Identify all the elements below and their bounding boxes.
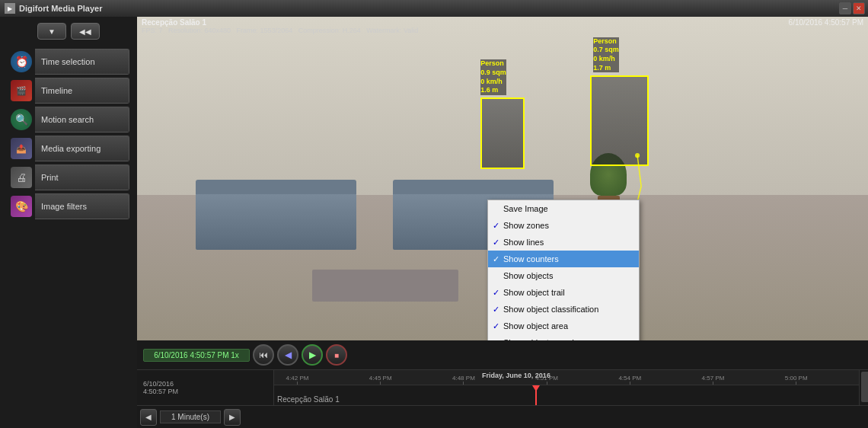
sidebar: ▼ ◀◀ ⏰ Time selection 🎬 Timeline 🔍 Motio…	[0, 17, 137, 428]
tick-1: 4:42 PM	[286, 375, 309, 385]
playhead[interactable]	[535, 385, 537, 405]
play-button[interactable]: ▶	[302, 344, 323, 366]
bottom-nav-row: ◀ 1 Minute(s) ▶	[137, 405, 868, 428]
tick-3: 4:48 PM	[452, 375, 475, 385]
print-label: Print	[35, 164, 129, 190]
video-area[interactable]: Recepção Salão 1 FPS: 7 Resolution: 640x…	[137, 17, 868, 340]
media-exporting-icon: 📤	[8, 136, 35, 161]
ctx-show-object-speed[interactable]: ✓ Show object speed	[488, 334, 639, 340]
timeline-time-top: 4:50:57 PM	[143, 388, 178, 395]
ctx-show-objects[interactable]: Show objects	[488, 267, 639, 284]
motion-search-icon: 🔍	[8, 107, 35, 133]
sidebar-item-motion-search[interactable]: 🔍 Motion search	[8, 107, 129, 133]
down-button[interactable]: ▼	[37, 23, 66, 40]
ctx-show-lines[interactable]: ✓ Show lines	[488, 234, 639, 251]
content-area: Recepção Salão 1 FPS: 7 Resolution: 640x…	[137, 17, 868, 428]
minimize-button[interactable]: ─	[839, 2, 851, 14]
time-selection-icon: ⏰	[8, 49, 35, 75]
tick-7: 5:00 PM	[785, 375, 808, 385]
timeline-header: Friday, June 10, 2016 4:42 PM 4:45 PM 4:…	[274, 370, 868, 385]
camera-track-label: Recepção Salão 1	[277, 391, 340, 405]
app-title: Digifort Media Player	[19, 4, 102, 13]
title-bar: ▶ Digifort Media Player ─ ✕	[0, 0, 868, 17]
coffee-table	[312, 270, 458, 302]
person2-label: Person0.7 sqm0 km/h1.7 m	[593, 37, 619, 73]
scrollbar-thumb[interactable]	[861, 372, 868, 402]
prev-button[interactable]: ⏮	[253, 344, 274, 366]
tick-4: 4:51 PM	[535, 375, 558, 385]
sidebar-item-media-exporting[interactable]: 📤 Media exporting	[8, 136, 129, 161]
timeline-scrollbar[interactable]	[859, 370, 868, 405]
sidebar-item-print[interactable]: 🖨 Print	[8, 164, 129, 190]
motion-search-label: Motion search	[35, 107, 129, 133]
next-interval-button[interactable]: ▶	[224, 409, 241, 426]
timeline-right[interactable]: Friday, June 10, 2016 4:42 PM 4:45 PM 4:…	[274, 370, 868, 405]
tick-6: 4:57 PM	[702, 375, 725, 385]
timeline-left: 6/10/2016 4:50:57 PM	[137, 370, 274, 405]
timeline-date-top: 6/10/2016	[143, 380, 178, 388]
ctx-show-object-trail[interactable]: ✓ Show object trail	[488, 284, 639, 301]
person1-box: Person0.9 sqm0 km/h1.6 m	[480, 97, 525, 169]
image-filters-icon: 🎨	[8, 193, 35, 219]
sidebar-item-timeline[interactable]: 🎬 Timeline	[8, 78, 129, 104]
print-icon: 🖨	[8, 164, 35, 190]
time-selection-label: Time selection	[35, 49, 129, 75]
ctx-show-object-area[interactable]: ✓ Show object area	[488, 318, 639, 334]
sidebar-item-image-filters[interactable]: 🎨 Image filters	[8, 193, 129, 219]
timeline-icon: 🎬	[8, 78, 35, 104]
context-menu: Save Image ✓ Show zones ✓ Show lines ✓ S…	[487, 200, 640, 340]
window-controls: ─ ✕	[839, 2, 865, 14]
stop-button[interactable]: ■	[326, 344, 347, 366]
ctx-show-counters[interactable]: ✓ Show counters	[488, 251, 639, 267]
person1-label: Person0.9 sqm0 km/h1.6 m	[480, 59, 506, 95]
rewind-button[interactable]: ◀	[277, 344, 298, 366]
top-controls: ▼ ◀◀	[37, 23, 100, 40]
media-exporting-label: Media exporting	[35, 136, 129, 161]
timeline-label: Timeline	[35, 78, 129, 104]
ctx-show-object-classification[interactable]: ✓ Show object classification	[488, 301, 639, 318]
playback-row: 6/10/2016 4:50:57 PM 1x ⏮ ◀ ▶ ■	[137, 340, 868, 369]
main-container: ▼ ◀◀ ⏰ Time selection 🎬 Timeline 🔍 Motio…	[0, 17, 868, 428]
bottom-controls: 6/10/2016 4:50:57 PM 1x ⏮ ◀ ▶ ■ 6/10/201…	[137, 340, 868, 428]
image-filters-label: Image filters	[35, 193, 129, 219]
ctx-save-image[interactable]: Save Image	[488, 200, 639, 217]
tick-2: 4:45 PM	[369, 375, 392, 385]
volume-button[interactable]: ◀◀	[71, 23, 100, 40]
ctx-show-zones[interactable]: ✓ Show zones	[488, 217, 639, 234]
timeline-tracks[interactable]: Recepção Salão 1	[274, 385, 868, 405]
sidebar-item-time-selection[interactable]: ⏰ Time selection	[8, 49, 129, 75]
close-button[interactable]: ✕	[853, 2, 865, 14]
tick-5: 4:54 PM	[618, 375, 641, 385]
time-display: 6/10/2016 4:50:57 PM 1x	[143, 349, 250, 362]
app-icon: ▶	[5, 3, 15, 14]
timeline-area: 6/10/2016 4:50:57 PM Friday, June 10, 20…	[137, 369, 868, 405]
interval-display: 1 Minute(s)	[160, 410, 221, 423]
prev-interval-button[interactable]: ◀	[140, 409, 157, 426]
person2-box: Person0.7 sqm0 km/h1.7 m	[590, 75, 649, 166]
sofa-left	[196, 192, 356, 251]
